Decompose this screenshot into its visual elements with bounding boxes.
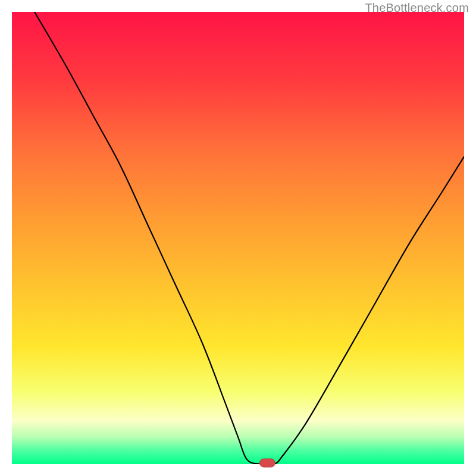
chart-root: { "attribution": "TheBottleneck.com", "c… bbox=[0, 0, 476, 476]
bottleneck-chart bbox=[0, 0, 476, 476]
plot-background bbox=[12, 12, 464, 464]
optimum-marker bbox=[259, 459, 275, 467]
attribution-label: TheBottleneck.com bbox=[365, 1, 469, 15]
